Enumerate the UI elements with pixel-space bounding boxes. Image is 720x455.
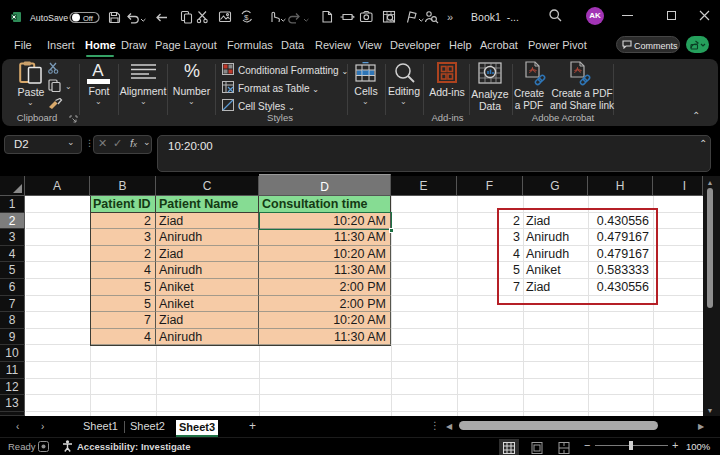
svg-text:AutoSave: AutoSave: [30, 13, 68, 23]
svg-text:$: $: [244, 13, 249, 22]
svg-text:Off: Off: [83, 14, 94, 23]
